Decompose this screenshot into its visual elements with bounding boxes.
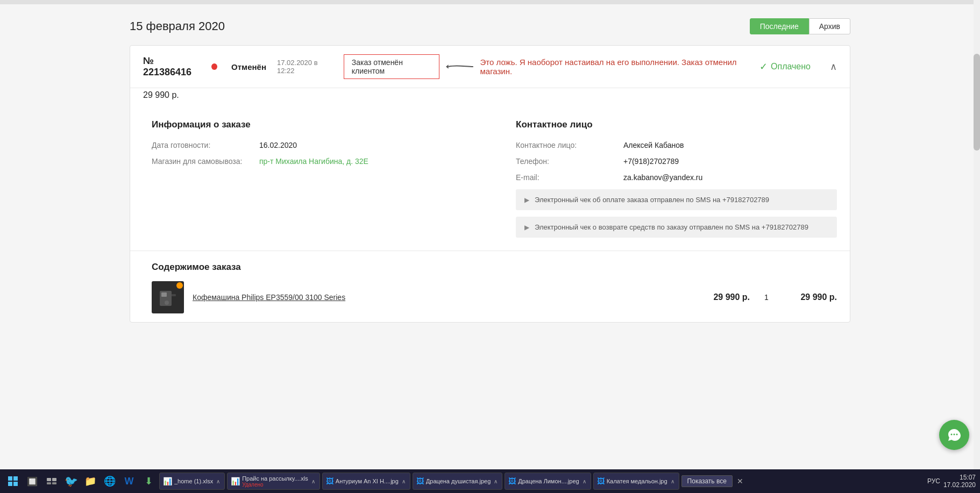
file2-name: Прайс на рассылку....xls	[242, 475, 308, 482]
receipt-2-box[interactable]: ▶ Электронный чек о возврате средств по …	[516, 217, 837, 238]
file2-icon: 📊	[231, 477, 240, 485]
file6-icon: 🖼	[597, 477, 605, 485]
svg-rect-2	[161, 292, 167, 297]
last-button[interactable]: Последние	[750, 18, 809, 34]
store-row: Магазин для самовывоза: пр-т Михаила Наг…	[152, 157, 473, 166]
ready-date-label: Дата готовности:	[152, 141, 259, 149]
windows-logo-icon	[8, 476, 18, 487]
receipt-2-text: Электронный чек о возврате средств по за…	[535, 223, 808, 231]
file3-name: Антуриум An XI H....jpg	[336, 478, 399, 484]
taskbar-date-text: 17.02.2020	[943, 481, 976, 489]
svg-rect-9	[13, 476, 18, 481]
taskbar-close-button[interactable]: ✕	[735, 477, 745, 485]
contents-title: Содержимое заказа	[152, 262, 837, 273]
contents-section: Содержимое заказа Кофемашина Philips EP3…	[130, 251, 850, 322]
product-name[interactable]: Кофемашина Philips EP3559/00 3100 Series	[193, 293, 687, 302]
taskbar-clock: 15:07 17.02.2020	[943, 474, 976, 489]
email-row: E-mail: za.kabanov@yandex.ru	[516, 173, 837, 182]
file3-chevron-icon: ∧	[402, 478, 406, 484]
phone-row: Телефон: +7(918)2702789	[516, 157, 837, 166]
taskbar-file-1[interactable]: 📊 _home (1).xlsx ∧	[159, 473, 225, 490]
svg-marker-0	[446, 65, 449, 68]
product-thumbnail	[157, 287, 179, 308]
taskbar-folder-icon[interactable]: 📁	[82, 473, 99, 490]
contact-label: Контактное лицо:	[516, 141, 623, 149]
arrow-icon	[446, 60, 475, 73]
taskbar-file-6[interactable]: 🖼 Калатея медальон.jpg ∧	[593, 473, 679, 490]
taskbar-word-icon[interactable]: W	[120, 473, 138, 490]
file5-chevron-icon: ∧	[583, 478, 586, 484]
svg-rect-4	[172, 294, 176, 296]
collapse-button[interactable]: ∧	[830, 61, 837, 73]
product-total: 29 990 р.	[783, 292, 837, 302]
taskbar-download-icon[interactable]: ⬇	[140, 473, 157, 490]
order-header: № 221386416 Отменён 17.02.2020 в 12:22 З…	[130, 46, 850, 88]
details-left: Информация о заказе Дата готовности: 16.…	[152, 119, 473, 238]
file1-icon: 📊	[163, 477, 172, 485]
details-right: Контактное лицо Контактное лицо: Алексей…	[494, 119, 837, 238]
svg-rect-13	[52, 478, 56, 481]
store-label: Магазин для самовывоза:	[152, 157, 259, 166]
taskbar-time-text: 15:07	[943, 474, 976, 481]
contact-section-title: Контактное лицо	[516, 119, 837, 130]
info-section-title: Информация о заказе	[152, 119, 473, 130]
svg-point-7	[956, 434, 958, 435]
taskbar-windows-icon[interactable]	[4, 473, 22, 490]
file3-icon: 🖼	[326, 477, 333, 485]
scrollbar-thumb[interactable]	[974, 54, 980, 151]
taskbar-task-icon[interactable]	[43, 473, 60, 490]
paid-status: ✓ Оплачено	[759, 61, 811, 73]
product-image	[152, 281, 184, 313]
file4-name: Драцена душистая.jpeg	[426, 478, 491, 484]
taskbar-file-4[interactable]: 🖼 Драцена душистая.jpeg ∧	[413, 473, 502, 490]
contact-row: Контактное лицо: Алексей Кабанов	[516, 141, 837, 149]
taskbar-chrome-icon[interactable]: 🌐	[101, 473, 118, 490]
file1-chevron-icon: ∧	[216, 478, 220, 484]
file5-icon: 🖼	[508, 477, 516, 485]
svg-rect-14	[47, 482, 51, 484]
chat-fab-button[interactable]	[939, 420, 969, 450]
receipt-1-box[interactable]: ▶ Электронный чек об оплате заказа отпра…	[516, 189, 837, 210]
svg-rect-8	[8, 476, 12, 481]
receipt-1-text: Электронный чек об оплате заказа отправл…	[535, 196, 769, 204]
taskbar-search-icon[interactable]: 🔲	[24, 473, 41, 490]
file6-name: Калатея медальон.jpg	[607, 478, 667, 484]
ready-date-value: 16.02.2020	[259, 141, 297, 149]
page-date: 15 февраля 2020	[130, 19, 225, 33]
cancelled-reason-text: Заказ отменён клиентом	[352, 58, 403, 75]
paid-label: Оплачено	[771, 62, 811, 72]
file1-name: _home (1).xlsx	[174, 478, 213, 484]
email-label: E-mail:	[516, 173, 623, 182]
svg-rect-15	[52, 482, 56, 484]
phone-value: +7(918)2702789	[623, 157, 679, 166]
product-badge-icon	[176, 282, 183, 289]
order-card: № 221386416 Отменён 17.02.2020 в 12:22 З…	[130, 45, 850, 323]
svg-point-6	[954, 434, 955, 435]
file6-chevron-icon: ∧	[671, 478, 674, 484]
svg-rect-11	[13, 482, 18, 486]
taskbar-file-3[interactable]: 🖼 Антуриум An XI H....jpg ∧	[322, 473, 410, 490]
svg-point-5	[951, 434, 953, 435]
progress-bar	[0, 0, 980, 4]
taskbar-right: РУС 15:07 17.02.2020	[927, 474, 976, 489]
header-buttons: Последние Архив	[750, 18, 850, 34]
scrollbar-track[interactable]	[974, 0, 980, 493]
taskbar-file-5[interactable]: 🖼 Драцена Лимон....jpeg ∧	[505, 473, 591, 490]
email-value: za.kabanov@yandex.ru	[623, 173, 702, 182]
annotation-area: Это ложь. Я наоборот настаивал на его вы…	[446, 58, 749, 76]
chat-icon	[947, 427, 962, 442]
status-label: Отменён	[231, 62, 266, 72]
archive-button[interactable]: Архив	[809, 18, 850, 34]
order-price-row: 29 990 р.	[130, 88, 850, 106]
taskbar-bird-icon[interactable]: 🐦	[62, 473, 80, 490]
product-price: 29 990 р.	[696, 292, 750, 302]
status-datetime: 17.02.2020 в 12:22	[277, 59, 333, 75]
svg-point-3	[165, 301, 169, 305]
phone-label: Телефон:	[516, 157, 623, 166]
show-all-button[interactable]: Показать все	[681, 475, 733, 487]
taskbar-file-2[interactable]: 📊 Прайс на рассылку....xls Удалено ∧	[227, 473, 320, 490]
store-value[interactable]: пр-т Михаила Нагибина, д. 32Е	[259, 157, 368, 166]
task-view-icon	[46, 476, 57, 487]
file2-chevron-icon: ∧	[311, 478, 315, 484]
receipt-2-arrow-icon: ▶	[524, 224, 529, 231]
